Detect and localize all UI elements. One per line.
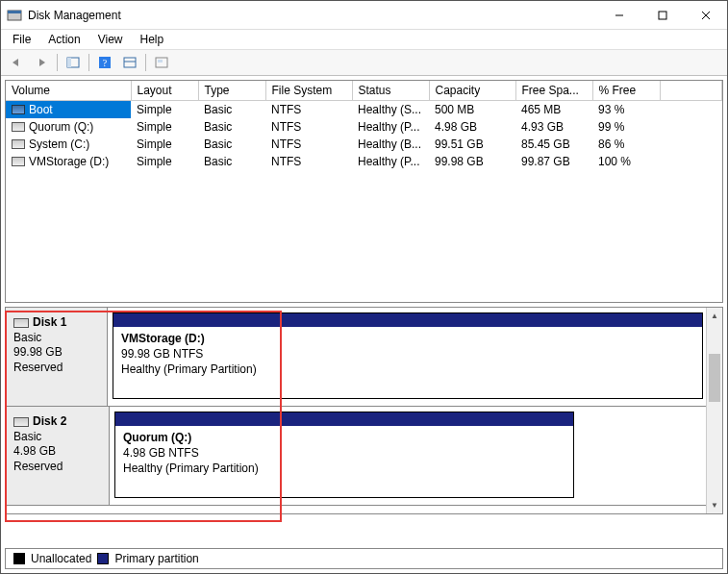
cell-capacity: 500 MB: [429, 100, 515, 118]
drive-icon: [12, 122, 25, 132]
disk-state: Reserved: [13, 460, 101, 475]
scroll-up-icon[interactable]: ▲: [707, 308, 722, 324]
volume-name: Quorum (Q:): [29, 120, 93, 134]
menu-action[interactable]: Action: [40, 31, 88, 48]
col-layout[interactable]: Layout: [131, 81, 198, 100]
cell-free: 4.93 GB: [515, 118, 592, 136]
cell-fs: NTFS: [265, 136, 352, 153]
partition-box[interactable]: Quorum (Q:)4.98 GB NTFSHealthy (Primary …: [114, 412, 574, 498]
table-row[interactable]: System (C:)SimpleBasicNTFSHealthy (B...9…: [6, 136, 722, 153]
cell-pct: 93 %: [592, 100, 660, 118]
legend-bar: Unallocated Primary partition: [5, 548, 723, 569]
volume-name: VMStorage (D:): [29, 155, 109, 168]
scroll-thumb[interactable]: [709, 354, 720, 402]
col-capacity[interactable]: Capacity: [429, 81, 515, 100]
partition-name: VMStorage (D:): [121, 331, 694, 346]
svg-rect-7: [67, 58, 71, 67]
title-bar: Disk Management: [1, 1, 727, 30]
maximize-button[interactable]: [640, 1, 684, 29]
minimize-button[interactable]: [597, 1, 640, 29]
toolbar-separator: [88, 54, 89, 71]
col-filesystem[interactable]: File System: [265, 81, 352, 100]
legend-swatch-unallocated: [13, 553, 25, 564]
app-icon: [7, 8, 22, 23]
forward-button[interactable]: [30, 52, 53, 73]
cell-fs: NTFS: [265, 153, 352, 170]
svg-rect-13: [158, 60, 163, 62]
help-button[interactable]: ?: [93, 52, 116, 73]
cell-pct: 99 %: [592, 118, 660, 136]
cell-type: Basic: [198, 153, 265, 170]
settings-button[interactable]: [118, 52, 141, 73]
cell-free: 465 MB: [515, 100, 592, 118]
table-row[interactable]: BootSimpleBasicNTFSHealthy (S...500 MB46…: [6, 100, 722, 118]
toolbar-separator: [145, 54, 146, 71]
disk-row: Disk 1Basic99.98 GBReservedVMStorage (D:…: [6, 308, 722, 407]
volume-name: Boot: [29, 103, 53, 116]
disk-size: 4.98 GB: [13, 444, 101, 460]
cell-capacity: 4.98 GB: [429, 118, 515, 136]
disk-name: Disk 2: [33, 414, 66, 428]
col-spacer: [660, 81, 722, 100]
legend-label-unallocated: Unallocated: [31, 552, 91, 565]
scroll-down-icon[interactable]: ▼: [707, 497, 722, 513]
disk-name: Disk 1: [33, 315, 66, 329]
disk-icon: [13, 318, 29, 328]
show-hide-console-tree-button[interactable]: [62, 52, 85, 73]
cell-type: Basic: [198, 118, 265, 136]
properties-button[interactable]: [150, 52, 173, 73]
vertical-scrollbar[interactable]: ▲ ▼: [706, 308, 722, 513]
disk-label-panel[interactable]: Disk 1Basic99.98 GBReserved: [6, 308, 108, 406]
disk-icon: [13, 417, 29, 427]
table-row[interactable]: Quorum (Q:)SimpleBasicNTFSHealthy (P...4…: [6, 118, 722, 136]
col-status[interactable]: Status: [352, 81, 429, 100]
partition-status: Healthy (Primary Partition): [121, 362, 694, 377]
toolbar-separator: [57, 54, 58, 71]
col-pctfree[interactable]: % Free: [592, 81, 660, 100]
disk-graphical-pane: Disk 1Basic99.98 GBReservedVMStorage (D:…: [5, 307, 723, 514]
volume-table[interactable]: Volume Layout Type File System Status Ca…: [6, 81, 722, 170]
disk-type: Basic: [13, 331, 99, 346]
col-volume[interactable]: Volume: [6, 81, 131, 100]
svg-rect-3: [659, 12, 666, 19]
disk-type: Basic: [13, 430, 101, 445]
partition-color-bar: [113, 313, 702, 327]
menu-file[interactable]: File: [5, 31, 38, 48]
drive-icon: [12, 157, 25, 166]
svg-rect-10: [124, 58, 136, 67]
menu-help[interactable]: Help: [133, 31, 172, 48]
disk-row: Disk 2Basic4.98 GBReservedQuorum (Q:)4.9…: [6, 407, 722, 506]
partition-name: Quorum (Q:): [123, 430, 565, 445]
toolbar: ?: [1, 49, 727, 76]
menu-view[interactable]: View: [90, 31, 131, 48]
disk-size: 99.98 GB: [13, 345, 99, 361]
back-button[interactable]: [5, 52, 28, 73]
svg-text:?: ?: [103, 58, 108, 68]
disk-partitions-area: Quorum (Q:)4.98 GB NTFSHealthy (Primary …: [110, 407, 722, 505]
cell-capacity: 99.98 GB: [429, 153, 515, 170]
cell-pct: 100 %: [592, 153, 660, 170]
col-freespace[interactable]: Free Spa...: [515, 81, 592, 100]
cell-status: Healthy (P...: [352, 118, 429, 136]
table-header-row: Volume Layout Type File System Status Ca…: [6, 81, 722, 100]
drive-icon: [12, 105, 25, 114]
cell-type: Basic: [198, 100, 265, 118]
cell-layout: Simple: [131, 118, 198, 136]
cell-fs: NTFS: [265, 118, 352, 136]
cell-type: Basic: [198, 136, 265, 153]
cell-fs: NTFS: [265, 100, 352, 118]
legend-label-primary: Primary partition: [114, 552, 198, 565]
table-row[interactable]: VMStorage (D:)SimpleBasicNTFSHealthy (P.…: [6, 153, 722, 170]
cell-free: 99.87 GB: [515, 153, 592, 170]
cell-status: Healthy (S...: [352, 100, 429, 118]
cell-capacity: 99.51 GB: [429, 136, 515, 153]
col-type[interactable]: Type: [198, 81, 265, 100]
drive-icon: [12, 139, 25, 149]
svg-rect-1: [8, 11, 21, 13]
partition-box[interactable]: VMStorage (D:)99.98 GB NTFSHealthy (Prim…: [113, 312, 703, 399]
partition-info: 4.98 GB NTFS: [123, 445, 565, 461]
menu-bar: File Action View Help: [1, 30, 727, 49]
volume-list-pane: Volume Layout Type File System Status Ca…: [5, 80, 723, 303]
disk-label-panel[interactable]: Disk 2Basic4.98 GBReserved: [6, 407, 110, 505]
close-button[interactable]: [684, 1, 727, 29]
